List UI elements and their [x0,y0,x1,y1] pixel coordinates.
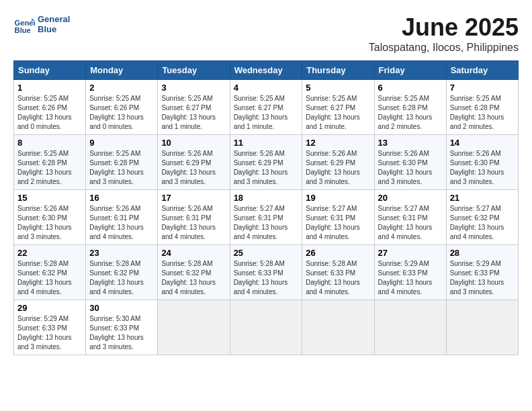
day-number: 21 [450,193,515,203]
day-number: 2 [89,83,154,93]
day-number: 18 [234,193,299,203]
day-info: Sunrise: 5:29 AM Sunset: 6:33 PM Dayligh… [17,314,82,352]
calendar-day-cell: 14 Sunrise: 5:26 AM Sunset: 6:30 PM Dayl… [446,135,518,190]
calendar-day-cell: 2 Sunrise: 5:25 AM Sunset: 6:26 PM Dayli… [86,80,158,135]
day-info: Sunrise: 5:25 AM Sunset: 6:26 PM Dayligh… [17,94,82,132]
day-number: 8 [17,138,82,148]
location-title: Talospatang, Ilocos, Philippines [369,42,519,54]
day-number: 15 [17,193,82,203]
calendar-week-row: 8 Sunrise: 5:25 AM Sunset: 6:28 PM Dayli… [14,135,519,190]
calendar-day-cell: 29 Sunrise: 5:29 AM Sunset: 6:33 PM Dayl… [14,300,86,355]
day-number: 25 [234,248,299,258]
calendar-day-cell: 27 Sunrise: 5:29 AM Sunset: 6:33 PM Dayl… [374,245,446,300]
calendar-day-cell [230,300,302,355]
day-info: Sunrise: 5:26 AM Sunset: 6:29 PM Dayligh… [234,149,299,187]
calendar-day-cell: 22 Sunrise: 5:28 AM Sunset: 6:32 PM Dayl… [14,245,86,300]
header-wednesday: Wednesday [230,61,302,80]
day-info: Sunrise: 5:28 AM Sunset: 6:32 PM Dayligh… [17,259,82,297]
day-number: 24 [161,248,226,258]
day-number: 10 [161,138,226,148]
calendar-day-cell [446,300,518,355]
logo-blue: Blue [38,24,70,34]
day-info: Sunrise: 5:28 AM Sunset: 6:33 PM Dayligh… [234,259,299,297]
day-info: Sunrise: 5:25 AM Sunset: 6:28 PM Dayligh… [17,149,82,187]
day-number: 23 [89,248,154,258]
day-number: 30 [89,303,154,313]
calendar-day-cell: 18 Sunrise: 5:27 AM Sunset: 6:31 PM Dayl… [230,190,302,245]
calendar-day-cell: 23 Sunrise: 5:28 AM Sunset: 6:32 PM Dayl… [86,245,158,300]
calendar-day-cell: 1 Sunrise: 5:25 AM Sunset: 6:26 PM Dayli… [14,80,86,135]
calendar-day-cell: 5 Sunrise: 5:25 AM Sunset: 6:27 PM Dayli… [302,80,374,135]
day-info: Sunrise: 5:27 AM Sunset: 6:31 PM Dayligh… [234,204,299,242]
day-number: 26 [306,248,370,258]
day-info: Sunrise: 5:28 AM Sunset: 6:32 PM Dayligh… [89,259,154,297]
calendar-day-cell: 13 Sunrise: 5:26 AM Sunset: 6:30 PM Dayl… [374,135,446,190]
calendar-day-cell: 28 Sunrise: 5:29 AM Sunset: 6:33 PM Dayl… [446,245,518,300]
day-number: 19 [306,193,370,203]
day-info: Sunrise: 5:26 AM Sunset: 6:29 PM Dayligh… [306,149,370,187]
day-info: Sunrise: 5:26 AM Sunset: 6:30 PM Dayligh… [17,204,82,242]
day-info: Sunrise: 5:27 AM Sunset: 6:32 PM Dayligh… [450,204,515,242]
calendar-day-cell [302,300,374,355]
calendar-day-cell: 20 Sunrise: 5:27 AM Sunset: 6:31 PM Dayl… [374,190,446,245]
calendar-day-cell [374,300,446,355]
day-info: Sunrise: 5:25 AM Sunset: 6:28 PM Dayligh… [450,94,515,132]
header-sunday: Sunday [14,61,86,80]
day-number: 12 [306,138,370,148]
calendar-week-row: 1 Sunrise: 5:25 AM Sunset: 6:26 PM Dayli… [14,80,519,135]
calendar-day-cell: 4 Sunrise: 5:25 AM Sunset: 6:27 PM Dayli… [230,80,302,135]
day-number: 5 [306,83,370,93]
day-info: Sunrise: 5:26 AM Sunset: 6:30 PM Dayligh… [378,149,443,187]
day-number: 29 [17,303,82,313]
logo-general: General [38,14,70,24]
calendar-day-cell [158,300,230,355]
svg-text:Blue: Blue [15,26,31,34]
calendar-day-cell: 26 Sunrise: 5:28 AM Sunset: 6:33 PM Dayl… [302,245,374,300]
weekday-header-row: Sunday Monday Tuesday Wednesday Thursday… [14,61,519,80]
day-number: 16 [89,193,154,203]
logo: General Blue General Blue [13,13,70,35]
header-thursday: Thursday [302,61,374,80]
day-info: Sunrise: 5:25 AM Sunset: 6:27 PM Dayligh… [161,94,226,132]
day-number: 28 [450,248,515,258]
day-number: 4 [234,83,299,93]
day-info: Sunrise: 5:25 AM Sunset: 6:26 PM Dayligh… [89,94,154,132]
calendar-day-cell: 17 Sunrise: 5:26 AM Sunset: 6:31 PM Dayl… [158,190,230,245]
day-info: Sunrise: 5:30 AM Sunset: 6:33 PM Dayligh… [89,314,154,352]
calendar-week-row: 15 Sunrise: 5:26 AM Sunset: 6:30 PM Dayl… [14,190,519,245]
calendar-day-cell: 9 Sunrise: 5:25 AM Sunset: 6:28 PM Dayli… [86,135,158,190]
calendar-day-cell: 19 Sunrise: 5:27 AM Sunset: 6:31 PM Dayl… [302,190,374,245]
calendar-day-cell: 12 Sunrise: 5:26 AM Sunset: 6:29 PM Dayl… [302,135,374,190]
day-info: Sunrise: 5:28 AM Sunset: 6:32 PM Dayligh… [161,259,226,297]
day-number: 6 [378,83,443,93]
calendar: Sunday Monday Tuesday Wednesday Thursday… [13,60,519,355]
calendar-day-cell: 25 Sunrise: 5:28 AM Sunset: 6:33 PM Dayl… [230,245,302,300]
calendar-day-cell: 16 Sunrise: 5:26 AM Sunset: 6:31 PM Dayl… [86,190,158,245]
day-number: 17 [161,193,226,203]
logo-icon: General Blue [13,13,35,35]
day-info: Sunrise: 5:26 AM Sunset: 6:31 PM Dayligh… [89,204,154,242]
day-number: 14 [450,138,515,148]
calendar-day-cell: 3 Sunrise: 5:25 AM Sunset: 6:27 PM Dayli… [158,80,230,135]
day-number: 3 [161,83,226,93]
title-area: June 2025 Talospatang, Ilocos, Philippin… [369,13,519,54]
day-info: Sunrise: 5:25 AM Sunset: 6:27 PM Dayligh… [234,94,299,132]
day-info: Sunrise: 5:29 AM Sunset: 6:33 PM Dayligh… [378,259,443,297]
day-info: Sunrise: 5:27 AM Sunset: 6:31 PM Dayligh… [306,204,370,242]
calendar-day-cell: 21 Sunrise: 5:27 AM Sunset: 6:32 PM Dayl… [446,190,518,245]
day-info: Sunrise: 5:25 AM Sunset: 6:27 PM Dayligh… [306,94,370,132]
day-info: Sunrise: 5:26 AM Sunset: 6:29 PM Dayligh… [161,149,226,187]
day-info: Sunrise: 5:26 AM Sunset: 6:30 PM Dayligh… [450,149,515,187]
calendar-day-cell: 30 Sunrise: 5:30 AM Sunset: 6:33 PM Dayl… [86,300,158,355]
day-number: 1 [17,83,82,93]
calendar-week-row: 22 Sunrise: 5:28 AM Sunset: 6:32 PM Dayl… [14,245,519,300]
day-number: 9 [89,138,154,148]
day-number: 7 [450,83,515,93]
calendar-day-cell: 24 Sunrise: 5:28 AM Sunset: 6:32 PM Dayl… [158,245,230,300]
header: General Blue General Blue June 2025 Talo… [13,13,519,54]
day-info: Sunrise: 5:25 AM Sunset: 6:28 PM Dayligh… [89,149,154,187]
calendar-day-cell: 15 Sunrise: 5:26 AM Sunset: 6:30 PM Dayl… [14,190,86,245]
day-info: Sunrise: 5:25 AM Sunset: 6:28 PM Dayligh… [378,94,443,132]
day-info: Sunrise: 5:26 AM Sunset: 6:31 PM Dayligh… [161,204,226,242]
header-saturday: Saturday [446,61,518,80]
